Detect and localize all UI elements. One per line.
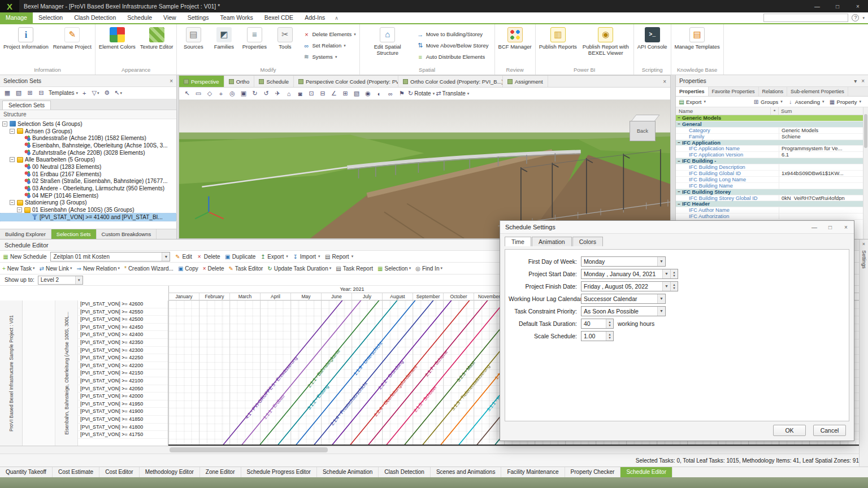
property-button[interactable]: Property▾ [829, 99, 861, 105]
tree-item[interactable]: [PVI_STAT_VON] >= 41400 and [PVI_STAT_BI… [0, 213, 176, 221]
viewport-tab[interactable]: Assignment [503, 76, 548, 87]
month-header[interactable]: April [261, 293, 291, 300]
duplicate-schedule-button[interactable]: Duplicate [224, 252, 256, 262]
task-row[interactable]: [PVI_STAT_VON] >= 42400 [78, 331, 168, 339]
property-row[interactable]: −IFC Application [676, 140, 868, 146]
task-row[interactable]: [PVI_STAT_VON] >= 42550 [78, 308, 168, 316]
tree-item[interactable]: Bundesstraße (Achse 210B) (1582 Elements… [0, 134, 176, 142]
tree-expander-icon[interactable] [2, 121, 7, 127]
column-sum[interactable]: Sum [779, 107, 868, 115]
minimize-button[interactable]: — [807, 0, 827, 12]
row-expander-icon[interactable]: − [676, 121, 682, 127]
gantt-task-line[interactable] [235, 300, 368, 446]
property-row[interactable]: −IFC Building Name [676, 183, 868, 189]
ribbon-button[interactable]: Element Colors [97, 25, 138, 66]
property-row[interactable]: −CategoryGeneric Models [676, 128, 868, 134]
isolate-icon[interactable]: ◐ [374, 89, 384, 99]
tree-item[interactable]: Eisenbahn, Bahnsteige, Oberleitung (Achs… [0, 142, 176, 149]
panel-tab[interactable]: Building Explorer [0, 229, 51, 239]
viewport-tab[interactable]: Schedule [254, 76, 294, 87]
ribbon-tab[interactable]: Selection [33, 12, 68, 23]
pan-icon[interactable]: + [216, 89, 226, 99]
property-row[interactable]: −IFC Building Global ID1x944bS09DBw61$1K… [676, 171, 868, 177]
link-icon[interactable]: ∞ [385, 89, 396, 99]
walk-icon[interactable]: ✈ [272, 89, 283, 99]
project-finish-date-input[interactable]: Friday , August 05, 2022▼▲▼ [581, 281, 678, 291]
close-button[interactable]: × [848, 0, 868, 12]
ribbon-tab[interactable]: Settings [182, 12, 215, 23]
task-row[interactable]: [PVI_STAT_VON] >= 41900 [78, 408, 168, 416]
task-row[interactable]: [PVI_STAT_VON] >= 42450 [78, 324, 168, 332]
tree-item[interactable]: 02 Straßen (Straße, Eisenbahn, Bahnsteig… [0, 178, 176, 185]
cancel-button[interactable]: Cancel [813, 425, 846, 436]
delete-schedule-button[interactable]: Delete [196, 252, 220, 262]
ribbon-button[interactable]: Tools [270, 25, 300, 66]
groups-button[interactable]: Groups▾ [753, 99, 783, 105]
module-tab[interactable]: Facility Maintenance [501, 467, 565, 477]
ribbon-button[interactable]: Sources [178, 25, 209, 66]
dialog-tab[interactable]: Time [505, 237, 531, 246]
row-expander-icon[interactable]: − [676, 140, 682, 145]
settings-gear-icon[interactable]: ⚙ [102, 88, 112, 98]
ribbon-tab[interactable]: Manage [0, 12, 33, 23]
viewport-tab[interactable]: Ortho [224, 76, 255, 87]
tree-expander-icon[interactable] [10, 200, 15, 205]
section-plane-icon[interactable]: ⊟ [318, 89, 328, 99]
default-task-duration-input[interactable]: 40▲▼ [581, 319, 614, 329]
column-star[interactable]: * [771, 107, 779, 115]
dialog-tab[interactable]: Animation [532, 237, 572, 246]
property-row[interactable]: −IFC Authorization [676, 213, 868, 220]
task-report-button[interactable]: ▤Task Report [336, 265, 373, 272]
property-row[interactable]: −IFC Building Storey [676, 189, 868, 195]
lasso-select-icon[interactable]: ◇ [205, 89, 215, 99]
ribbon-menu-button[interactable]: Set Relation▾ [302, 41, 355, 50]
ribbon-tab[interactable]: Bexel CDE [259, 12, 299, 23]
month-header[interactable]: July [352, 293, 383, 300]
tree-item[interactable]: Zufahrtstraße (Achse 220B) (3028 Element… [0, 149, 176, 156]
update-task-duration-button[interactable]: ↻Update Task Duration▾ [267, 265, 331, 272]
new-relation-button[interactable]: ⇒New Relation▾ [77, 265, 120, 272]
module-tab[interactable]: Property Checker [565, 467, 621, 477]
project-start-date-input[interactable]: Monday , January 04, 2021▼▲▼ [581, 269, 678, 279]
nav-cube-front-face[interactable]: Back [630, 121, 656, 141]
date-spinner[interactable]: ▲▼ [670, 269, 678, 278]
rectangle-select-icon[interactable]: ▭ [193, 89, 203, 99]
scale-schedule-input[interactable]: 1.00▲▼ [581, 331, 614, 341]
creation-wizard-button[interactable]: *Creation Wizard... [124, 265, 173, 272]
month-header[interactable]: August [383, 293, 413, 300]
tree-item[interactable]: 00 Neutral (1283 Elements) [0, 163, 176, 171]
module-tab[interactable]: Zone Editor [200, 467, 241, 477]
ribbon-button[interactable]: Rename Project [51, 25, 94, 66]
tree-expander-icon[interactable] [10, 157, 15, 162]
new-group-icon[interactable]: ▧ [14, 88, 24, 98]
module-tab[interactable]: Cost Editor [99, 467, 139, 477]
ribbon-button[interactable]: Publish Report with BEXEL Viewer [579, 25, 632, 66]
new-selection-set-icon[interactable]: ▦ [2, 88, 12, 98]
properties-tab[interactable]: Favorite Properties [709, 87, 759, 96]
date-spinner[interactable]: ▲▼ [670, 282, 678, 291]
property-row[interactable]: −IFC Application NameProgrammsystem für … [676, 146, 868, 152]
ribbon-tab[interactable]: Clash Detection [68, 12, 121, 23]
task-row[interactable]: [PVI_STAT_VON] >= 41750 [78, 431, 168, 439]
ribbon-button[interactable]: Publish Reports [537, 25, 579, 66]
tree-item[interactable]: 01 Erdbau (2167 Elements) [0, 171, 176, 178]
number-spinner[interactable]: ▲▼ [606, 319, 613, 328]
export-button[interactable]: Export▾ [678, 99, 706, 105]
delete-button[interactable]: ×Delete [203, 265, 224, 272]
viewport-tab[interactable]: Ortho Color Coded (Property: PVI_B...) [398, 76, 503, 87]
home-view-icon[interactable]: ⌂ [284, 89, 294, 99]
task-row[interactable]: [PVI_STAT_VON] >= 42350 [78, 339, 168, 347]
module-tab[interactable]: Scenes and Animations [431, 467, 502, 477]
panel-tab[interactable]: Selection Sets [51, 229, 97, 239]
ribbon-button[interactable]: Edit Spatial Structure [361, 25, 414, 66]
task-row[interactable]: [PVI_STAT_VON] >= 41950 [78, 400, 168, 408]
first-day-of-week-combo[interactable]: Monday▼ [581, 256, 666, 267]
row-expander-icon[interactable]: − [676, 202, 682, 207]
gantt-task-line[interactable] [271, 300, 404, 446]
zoom-icon[interactable]: ◎ [227, 89, 237, 99]
look-around-icon[interactable]: ↺ [261, 89, 271, 99]
ribbon-tab[interactable]: View [158, 12, 182, 23]
task-row[interactable]: [PVI_STAT_VON] >= 42250 [78, 354, 168, 362]
task-row[interactable]: [PVI_STAT_VON] >= 41800 [78, 424, 168, 432]
month-header[interactable]: May [291, 293, 322, 300]
